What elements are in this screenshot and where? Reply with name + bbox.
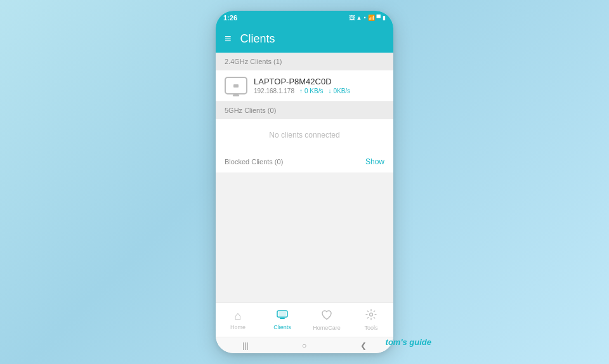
nav-label-home: Home xyxy=(230,324,246,330)
wifi-icon: 📶 xyxy=(368,15,375,21)
blocked-label: Blocked Clients (0) xyxy=(225,158,283,166)
client-ip: 192.168.1.178 xyxy=(254,88,294,94)
android-back-button[interactable]: ❮ xyxy=(360,341,367,350)
dot-icon: • xyxy=(363,15,365,21)
notification-icon: 🖼 xyxy=(349,15,355,21)
blocked-section: Blocked Clients (0) Show xyxy=(216,151,393,172)
status-bar: 1:26 🖼 ▲ • 📶 ▀ ▮ xyxy=(216,11,393,25)
ghz5-header: 5GHz Clients (0) xyxy=(216,101,393,119)
svg-rect-1 xyxy=(280,318,285,319)
android-nav: ||| ○ ❮ xyxy=(216,337,393,353)
bottom-nav: ⌂ Home Clients H xyxy=(216,302,393,337)
download-arrow-icon: ↓ xyxy=(328,88,331,94)
nav-label-clients: Clients xyxy=(273,324,291,330)
device-icon xyxy=(225,77,247,94)
nav-item-tools[interactable]: Tools xyxy=(349,306,393,334)
device-icon-dot xyxy=(233,84,239,88)
battery-icon: ▮ xyxy=(383,15,386,21)
client-upload-speed: ↑ 0 KB/s xyxy=(299,88,323,94)
nav-label-homecare: HomeCare xyxy=(313,325,341,331)
client-name: LAPTOP-P8M42C0D xyxy=(254,77,384,86)
phone-frame: 1:26 🖼 ▲ • 📶 ▀ ▮ ≡ Clients 2.4GHz Client… xyxy=(216,11,393,353)
android-recent-button[interactable]: ||| xyxy=(242,341,248,350)
nav-item-homecare[interactable]: HomeCare xyxy=(304,307,349,334)
nav-label-tools: Tools xyxy=(364,325,377,331)
svg-point-3 xyxy=(370,313,373,316)
status-time: 1:26 xyxy=(223,14,237,22)
app-bar: ≡ Clients xyxy=(216,25,393,53)
ghz24-header: 2.4GHz Clients (1) xyxy=(216,53,393,70)
upload-arrow-icon: ↑ xyxy=(299,88,303,94)
toms-guide-watermark: tom's guide xyxy=(386,337,431,347)
nav-item-home[interactable]: ⌂ Home xyxy=(216,307,260,333)
hamburger-icon[interactable]: ≡ xyxy=(225,32,232,46)
download-speed-value: 0KB/s xyxy=(333,88,350,94)
content-area: 2.4GHz Clients (1) LAPTOP-P8M42C0D 192.1… xyxy=(216,53,393,302)
content-spacer xyxy=(216,172,393,302)
client-download-speed: ↓ 0KB/s xyxy=(328,88,350,94)
blocked-show-button[interactable]: Show xyxy=(365,157,384,166)
status-icons: 🖼 ▲ • 📶 ▀ ▮ xyxy=(349,15,386,21)
clients-icon xyxy=(277,309,288,323)
homecare-icon xyxy=(321,309,332,323)
client-item[interactable]: LAPTOP-P8M42C0D 192.168.1.178 ↑ 0 KB/s ↓… xyxy=(216,70,393,101)
client-meta: 192.168.1.178 ↑ 0 KB/s ↓ 0KB/s xyxy=(254,88,384,94)
ghz24-clients: LAPTOP-P8M42C0D 192.168.1.178 ↑ 0 KB/s ↓… xyxy=(216,70,393,101)
svg-rect-2 xyxy=(278,312,286,316)
tools-icon xyxy=(365,309,377,323)
upload-icon: ▲ xyxy=(357,15,362,21)
no-clients-message: No clients connected xyxy=(216,119,393,151)
signal-icon: ▀ xyxy=(377,15,381,21)
client-info: LAPTOP-P8M42C0D 192.168.1.178 ↑ 0 KB/s ↓… xyxy=(254,77,384,94)
upload-speed-value: 0 KB/s xyxy=(304,88,323,94)
app-bar-title: Clients xyxy=(240,32,275,46)
android-home-button[interactable]: ○ xyxy=(302,341,306,350)
nav-item-clients[interactable]: Clients xyxy=(260,307,304,333)
home-icon: ⌂ xyxy=(235,309,242,323)
